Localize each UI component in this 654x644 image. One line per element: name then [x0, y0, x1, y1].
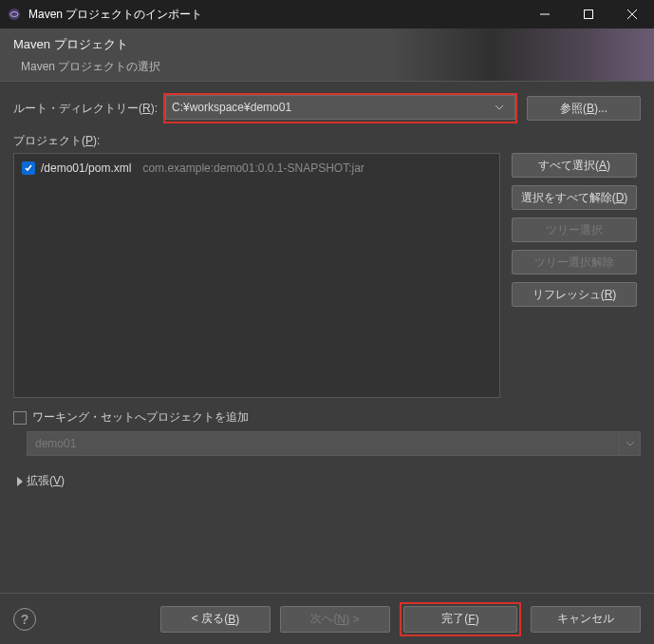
workingset-label: ワーキング・セットへプロジェクトを追加	[32, 409, 249, 426]
help-icon[interactable]: ?	[13, 608, 36, 631]
projects-list[interactable]: /demo01/pom.xml com.example:demo01:0.0.1…	[13, 153, 500, 398]
chevron-down-icon[interactable]	[490, 105, 509, 110]
tree-select-button: ツリー選択	[512, 218, 637, 242]
root-dir-label: ルート・ディレクトリー(R):	[13, 101, 158, 117]
expand-section[interactable]: 拡張(V)	[17, 473, 641, 489]
workingset-input: demo01	[27, 431, 620, 456]
projects-label: プロジェクト(P):	[13, 133, 641, 149]
finish-highlight: 完了(F)	[400, 602, 521, 636]
project-gav: com.example:demo01:0.0.1-SNAPSHOT:jar	[142, 161, 364, 175]
tree-deselect-button: ツリー選択解除	[512, 250, 637, 275]
workingset-checkbox[interactable]	[13, 411, 27, 425]
back-button[interactable]: < 戻る(B)	[160, 606, 271, 633]
cancel-button[interactable]: キャンセル	[531, 606, 641, 633]
project-path: /demo01/pom.xml	[41, 161, 131, 175]
eclipse-icon	[8, 7, 23, 22]
project-row[interactable]: /demo01/pom.xml com.example:demo01:0.0.1…	[18, 160, 495, 177]
finish-button[interactable]: 完了(F)	[403, 606, 517, 633]
root-dir-input[interactable]: C:¥workspace¥demo01	[165, 95, 515, 120]
project-checkbox[interactable]	[22, 161, 35, 175]
wizard-header: Maven プロジェクト Maven プロジェクトの選択	[0, 28, 654, 82]
maximize-button[interactable]	[567, 0, 610, 28]
triangle-right-icon	[17, 477, 23, 486]
browse-button[interactable]: 参照(B)...	[527, 96, 641, 121]
root-dir-highlight: C:¥workspace¥demo01	[163, 93, 517, 123]
next-button: 次へ(N) >	[280, 606, 390, 633]
deselect-all-button[interactable]: 選択をすべて解除(D)	[512, 185, 637, 210]
close-button[interactable]	[610, 0, 654, 28]
wizard-heading: Maven プロジェクト	[13, 36, 641, 53]
minimize-button[interactable]	[523, 0, 567, 28]
wizard-subheading: Maven プロジェクトの選択	[21, 59, 641, 75]
footer: ? < 戻る(B) 次へ(N) > 完了(F) キャンセル	[0, 593, 654, 644]
select-all-button[interactable]: すべて選択(A)	[512, 153, 637, 178]
chevron-down-icon	[620, 431, 641, 456]
titlebar: Maven プロジェクトのインポート	[0, 0, 654, 28]
svg-rect-3	[585, 10, 593, 19]
refresh-button[interactable]: リフレッシュ(R)	[512, 282, 637, 307]
window-title: Maven プロジェクトのインポート	[28, 7, 523, 23]
